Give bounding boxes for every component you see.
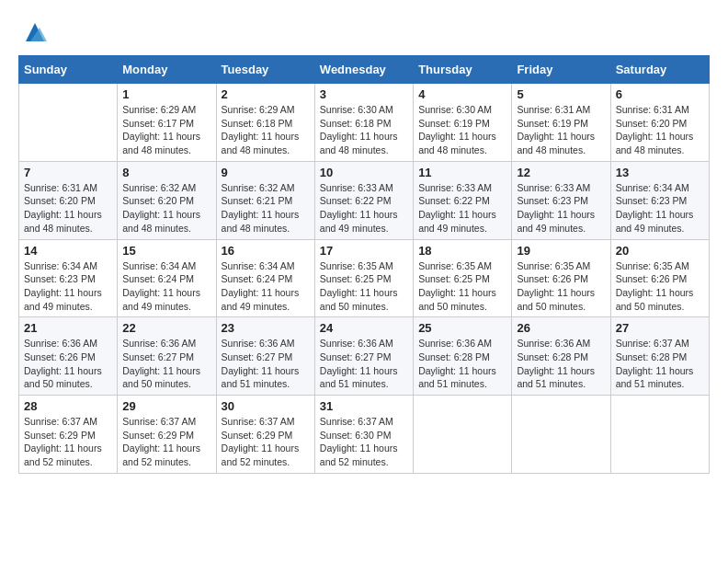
day-number: 24 xyxy=(320,321,408,335)
day-cell: 9Sunrise: 6:32 AM Sunset: 6:21 PM Daylig… xyxy=(216,161,314,239)
day-info: Sunrise: 6:29 AM Sunset: 6:17 PM Dayligh… xyxy=(122,103,210,157)
day-number: 18 xyxy=(418,244,506,258)
day-number: 23 xyxy=(222,321,310,335)
day-number: 14 xyxy=(24,244,112,258)
day-number: 25 xyxy=(418,321,506,335)
day-cell: 27Sunrise: 6:37 AM Sunset: 6:28 PM Dayli… xyxy=(610,317,709,396)
day-cell: 16Sunrise: 6:34 AM Sunset: 6:24 PM Dayli… xyxy=(216,239,314,317)
day-number: 10 xyxy=(320,166,408,179)
day-cell: 26Sunrise: 6:36 AM Sunset: 6:28 PM Dayli… xyxy=(512,317,610,396)
day-number: 12 xyxy=(517,166,605,179)
day-cell: 25Sunrise: 6:36 AM Sunset: 6:28 PM Dayli… xyxy=(414,317,512,396)
day-cell: 24Sunrise: 6:36 AM Sunset: 6:27 PM Dayli… xyxy=(314,317,413,396)
day-info: Sunrise: 6:34 AM Sunset: 6:23 PM Dayligh… xyxy=(24,259,112,314)
day-cell: 23Sunrise: 6:36 AM Sunset: 6:27 PM Dayli… xyxy=(216,317,314,396)
day-cell xyxy=(414,396,512,474)
day-number: 7 xyxy=(24,166,112,179)
day-cell: 3Sunrise: 6:30 AM Sunset: 6:18 PM Daylig… xyxy=(314,84,413,162)
day-info: Sunrise: 6:34 AM Sunset: 6:23 PM Dayligh… xyxy=(616,181,704,236)
day-info: Sunrise: 6:35 AM Sunset: 6:25 PM Dayligh… xyxy=(320,259,408,314)
day-cell: 5Sunrise: 6:31 AM Sunset: 6:19 PM Daylig… xyxy=(512,84,610,162)
week-row-4: 21Sunrise: 6:36 AM Sunset: 6:26 PM Dayli… xyxy=(19,317,710,396)
day-cell: 20Sunrise: 6:35 AM Sunset: 6:26 PM Dayli… xyxy=(610,239,709,317)
day-info: Sunrise: 6:36 AM Sunset: 6:27 PM Dayligh… xyxy=(122,337,210,391)
week-row-5: 28Sunrise: 6:37 AM Sunset: 6:29 PM Dayli… xyxy=(19,396,710,474)
page-header xyxy=(18,18,710,46)
day-info: Sunrise: 6:33 AM Sunset: 6:22 PM Dayligh… xyxy=(320,181,408,236)
day-cell: 15Sunrise: 6:34 AM Sunset: 6:24 PM Dayli… xyxy=(118,239,216,317)
day-cell: 31Sunrise: 6:37 AM Sunset: 6:30 PM Dayli… xyxy=(314,396,413,474)
day-info: Sunrise: 6:35 AM Sunset: 6:26 PM Dayligh… xyxy=(616,259,704,314)
day-info: Sunrise: 6:36 AM Sunset: 6:26 PM Dayligh… xyxy=(24,337,112,391)
day-number: 8 xyxy=(122,166,210,179)
day-info: Sunrise: 6:33 AM Sunset: 6:23 PM Dayligh… xyxy=(517,181,605,236)
day-number: 9 xyxy=(222,166,310,179)
week-row-3: 14Sunrise: 6:34 AM Sunset: 6:23 PM Dayli… xyxy=(19,239,710,317)
day-number: 6 xyxy=(616,87,704,101)
day-number: 30 xyxy=(222,399,310,413)
day-number: 27 xyxy=(616,321,704,335)
day-cell xyxy=(19,84,118,162)
day-cell: 8Sunrise: 6:32 AM Sunset: 6:20 PM Daylig… xyxy=(118,161,216,239)
header-cell-monday: Monday xyxy=(118,56,216,84)
day-number: 3 xyxy=(320,87,408,101)
day-cell: 2Sunrise: 6:29 AM Sunset: 6:18 PM Daylig… xyxy=(216,84,314,162)
calendar-body: 1Sunrise: 6:29 AM Sunset: 6:17 PM Daylig… xyxy=(19,84,710,474)
day-number: 5 xyxy=(517,87,605,101)
day-info: Sunrise: 6:37 AM Sunset: 6:28 PM Dayligh… xyxy=(616,337,704,391)
day-cell: 4Sunrise: 6:30 AM Sunset: 6:19 PM Daylig… xyxy=(414,84,512,162)
day-cell: 1Sunrise: 6:29 AM Sunset: 6:17 PM Daylig… xyxy=(118,84,216,162)
day-info: Sunrise: 6:36 AM Sunset: 6:28 PM Dayligh… xyxy=(517,337,605,391)
day-info: Sunrise: 6:34 AM Sunset: 6:24 PM Dayligh… xyxy=(122,259,210,314)
logo-icon xyxy=(21,18,49,46)
day-cell: 6Sunrise: 6:31 AM Sunset: 6:20 PM Daylig… xyxy=(610,84,709,162)
day-cell: 19Sunrise: 6:35 AM Sunset: 6:26 PM Dayli… xyxy=(512,239,610,317)
day-info: Sunrise: 6:31 AM Sunset: 6:19 PM Dayligh… xyxy=(517,103,605,157)
day-cell: 11Sunrise: 6:33 AM Sunset: 6:22 PM Dayli… xyxy=(414,161,512,239)
day-number: 13 xyxy=(616,166,704,179)
header-cell-friday: Friday xyxy=(512,56,610,84)
day-number: 19 xyxy=(517,244,605,258)
day-number: 31 xyxy=(320,399,408,413)
day-number: 28 xyxy=(24,399,112,413)
day-info: Sunrise: 6:32 AM Sunset: 6:21 PM Dayligh… xyxy=(222,181,310,236)
day-number: 1 xyxy=(122,87,210,101)
header-row: SundayMondayTuesdayWednesdayThursdayFrid… xyxy=(19,56,710,84)
day-cell: 21Sunrise: 6:36 AM Sunset: 6:26 PM Dayli… xyxy=(19,317,118,396)
day-cell: 13Sunrise: 6:34 AM Sunset: 6:23 PM Dayli… xyxy=(610,161,709,239)
day-number: 17 xyxy=(320,244,408,258)
week-row-2: 7Sunrise: 6:31 AM Sunset: 6:20 PM Daylig… xyxy=(19,161,710,239)
day-number: 16 xyxy=(222,244,310,258)
day-cell: 18Sunrise: 6:35 AM Sunset: 6:25 PM Dayli… xyxy=(414,239,512,317)
header-cell-thursday: Thursday xyxy=(414,56,512,84)
day-cell: 17Sunrise: 6:35 AM Sunset: 6:25 PM Dayli… xyxy=(314,239,413,317)
day-number: 29 xyxy=(122,399,210,413)
day-info: Sunrise: 6:30 AM Sunset: 6:18 PM Dayligh… xyxy=(320,103,408,157)
day-cell: 7Sunrise: 6:31 AM Sunset: 6:20 PM Daylig… xyxy=(19,161,118,239)
day-number: 26 xyxy=(517,321,605,335)
day-cell xyxy=(610,396,709,474)
day-info: Sunrise: 6:31 AM Sunset: 6:20 PM Dayligh… xyxy=(24,181,112,236)
header-cell-wednesday: Wednesday xyxy=(314,56,413,84)
day-cell: 30Sunrise: 6:37 AM Sunset: 6:29 PM Dayli… xyxy=(216,396,314,474)
day-info: Sunrise: 6:33 AM Sunset: 6:22 PM Dayligh… xyxy=(418,181,506,236)
day-cell: 28Sunrise: 6:37 AM Sunset: 6:29 PM Dayli… xyxy=(19,396,118,474)
day-number: 21 xyxy=(24,321,112,335)
day-info: Sunrise: 6:29 AM Sunset: 6:18 PM Dayligh… xyxy=(222,103,310,157)
day-cell: 22Sunrise: 6:36 AM Sunset: 6:27 PM Dayli… xyxy=(118,317,216,396)
day-info: Sunrise: 6:37 AM Sunset: 6:30 PM Dayligh… xyxy=(320,415,408,469)
header-cell-sunday: Sunday xyxy=(19,56,118,84)
day-info: Sunrise: 6:35 AM Sunset: 6:26 PM Dayligh… xyxy=(517,259,605,314)
day-info: Sunrise: 6:34 AM Sunset: 6:24 PM Dayligh… xyxy=(222,259,310,314)
calendar-header: SundayMondayTuesdayWednesdayThursdayFrid… xyxy=(19,56,710,84)
day-cell xyxy=(512,396,610,474)
day-cell: 29Sunrise: 6:37 AM Sunset: 6:29 PM Dayli… xyxy=(118,396,216,474)
week-row-1: 1Sunrise: 6:29 AM Sunset: 6:17 PM Daylig… xyxy=(19,84,710,162)
day-info: Sunrise: 6:36 AM Sunset: 6:28 PM Dayligh… xyxy=(418,337,506,391)
day-number: 22 xyxy=(122,321,210,335)
header-cell-saturday: Saturday xyxy=(610,56,709,84)
day-number: 4 xyxy=(418,87,506,101)
day-info: Sunrise: 6:37 AM Sunset: 6:29 PM Dayligh… xyxy=(24,415,112,469)
day-cell: 12Sunrise: 6:33 AM Sunset: 6:23 PM Dayli… xyxy=(512,161,610,239)
day-info: Sunrise: 6:32 AM Sunset: 6:20 PM Dayligh… xyxy=(122,181,210,236)
